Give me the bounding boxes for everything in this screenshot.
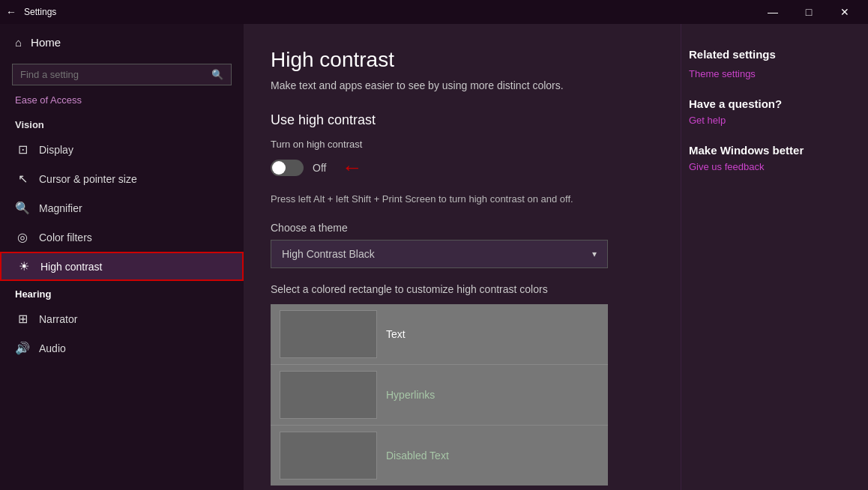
right-panel: Related settings Theme settings Have a q… <box>681 24 868 490</box>
breadcrumb: Ease of Access <box>0 94 244 112</box>
hearing-section-label: Hearing <box>0 281 244 304</box>
toggle-row: Off ← <box>271 156 654 180</box>
chevron-down-icon: ▾ <box>592 249 597 259</box>
theme-value: High Contrast Black <box>282 248 375 260</box>
arrow-indicator: ← <box>341 156 362 180</box>
display-icon: ⊡ <box>15 142 30 157</box>
have-a-question-heading: Have a question? <box>689 97 853 110</box>
give-feedback-link[interactable]: Give us feedback <box>689 161 853 172</box>
disabled-color-swatch[interactable] <box>280 432 377 480</box>
page-subtitle: Make text and apps easier to see by usin… <box>271 79 654 91</box>
hyperlinks-color-swatch[interactable] <box>280 371 377 419</box>
get-help-link[interactable]: Get help <box>689 115 853 126</box>
color-row-disabled: Disabled Text <box>271 426 608 486</box>
color-rect-label: Select a colored rectangle to customize … <box>271 283 654 295</box>
app-body: ⌂ Home 🔍 Ease of Access Vision ⊡ Display… <box>0 24 868 490</box>
color-grid: Text Hyperlinks Disabled Text <box>271 304 608 486</box>
sidebar-item-label: Narrator <box>39 313 77 325</box>
make-windows-better-heading: Make Windows better <box>689 144 853 157</box>
section-heading: Use high contrast <box>271 112 654 128</box>
close-button[interactable]: ✕ <box>828 0 862 24</box>
window-controls: — □ ✕ <box>756 0 862 24</box>
sidebar-item-color-filters[interactable]: ◎ Color filters <box>0 223 244 252</box>
color-row-text: Text <box>271 304 608 365</box>
home-label: Home <box>31 36 61 49</box>
maximize-button[interactable]: □ <box>792 0 826 24</box>
toggle-knob <box>272 161 286 175</box>
text-color-swatch[interactable] <box>280 310 377 358</box>
sidebar-item-label: Color filters <box>39 232 92 244</box>
theme-settings-link[interactable]: Theme settings <box>689 68 853 79</box>
home-icon: ⌂ <box>15 36 22 49</box>
minimize-button[interactable]: — <box>756 0 790 24</box>
sidebar-item-label: High contrast <box>40 261 102 273</box>
sidebar-item-label: Display <box>39 144 73 156</box>
search-icon: 🔍 <box>211 69 223 80</box>
sidebar-item-high-contrast[interactable]: ☀ High contrast <box>0 252 244 281</box>
sidebar-item-narrator[interactable]: ⊞ Narrator <box>0 304 244 333</box>
sidebar-item-audio[interactable]: 🔊 Audio <box>0 333 244 363</box>
cursor-icon: ↖ <box>15 172 30 186</box>
audio-icon: 🔊 <box>15 341 30 355</box>
sidebar-item-label: Magnifier <box>39 202 82 214</box>
disabled-color-label: Disabled Text <box>386 450 449 462</box>
text-color-label: Text <box>386 328 406 340</box>
high-contrast-icon: ☀ <box>16 259 31 273</box>
hyperlinks-color-label: Hyperlinks <box>386 389 435 401</box>
color-filters-icon: ◎ <box>15 230 30 244</box>
color-row-hyperlinks: Hyperlinks <box>271 365 608 426</box>
vision-section-label: Vision <box>0 112 244 135</box>
narrator-icon: ⊞ <box>15 312 30 326</box>
app-title: Settings <box>24 7 756 17</box>
home-nav-item[interactable]: ⌂ Home <box>0 24 244 61</box>
page-title: High contrast <box>271 48 654 72</box>
back-button[interactable]: ← <box>6 6 16 18</box>
toggle-state-label: Off <box>313 162 326 174</box>
sidebar-item-cursor[interactable]: ↖ Cursor & pointer size <box>0 164 244 193</box>
toggle-label: Turn on high contrast <box>271 139 654 150</box>
breadcrumb-link[interactable]: Ease of Access <box>15 94 82 106</box>
high-contrast-toggle[interactable] <box>271 160 304 176</box>
main-content: High contrast Make text and apps easier … <box>244 24 681 490</box>
search-input[interactable] <box>20 69 211 80</box>
magnifier-icon: 🔍 <box>15 201 30 215</box>
sidebar-item-label: Cursor & pointer size <box>39 173 137 185</box>
related-settings-heading: Related settings <box>689 48 853 61</box>
title-bar: ← Settings — □ ✕ <box>0 0 868 24</box>
theme-dropdown[interactable]: High Contrast Black ▾ <box>271 240 608 268</box>
theme-label: Choose a theme <box>271 222 654 234</box>
sidebar: ⌂ Home 🔍 Ease of Access Vision ⊡ Display… <box>0 24 244 490</box>
search-box[interactable]: 🔍 <box>12 64 232 85</box>
sidebar-item-label: Audio <box>39 342 66 354</box>
sidebar-item-magnifier[interactable]: 🔍 Magnifier <box>0 193 244 223</box>
shortcut-hint: Press left Alt + left Shift + Print Scre… <box>271 192 600 207</box>
sidebar-item-display[interactable]: ⊡ Display <box>0 135 244 164</box>
